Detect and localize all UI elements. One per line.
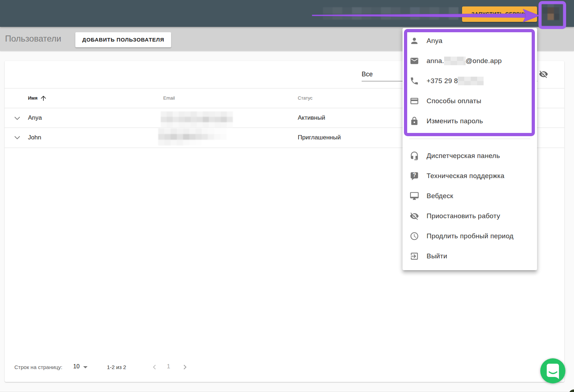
- svg-text:?: ?: [413, 172, 416, 178]
